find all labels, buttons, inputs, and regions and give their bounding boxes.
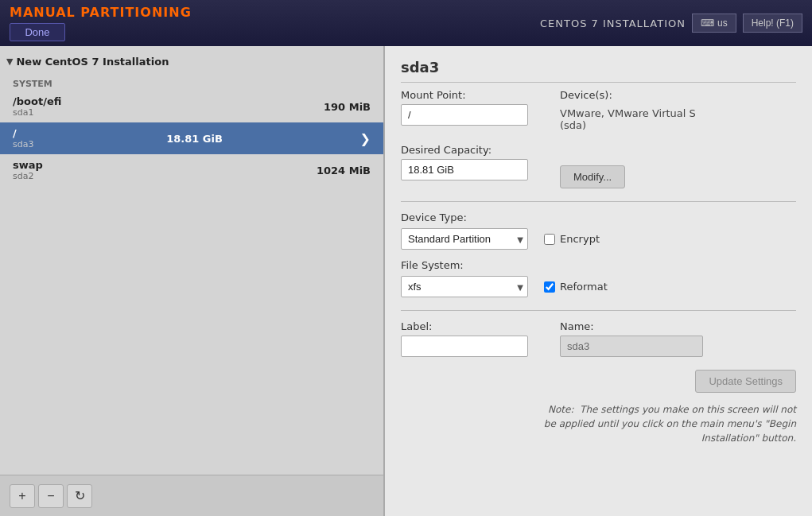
encrypt-label[interactable]: Encrypt (560, 233, 600, 245)
header-left: MANUAL PARTITIONING Done (10, 5, 192, 41)
keyboard-icon: ⌨ (701, 17, 714, 29)
partition-list: ▼ New CentOS 7 Installation SYSTEM /boot… (0, 46, 383, 475)
divider2 (401, 310, 796, 311)
device-type-select[interactable]: Standard Partition LVM LVM Thin Provisio… (401, 228, 528, 250)
system-label: SYSTEM (0, 76, 383, 91)
name-group: Name: (560, 320, 703, 357)
label-input[interactable] (401, 336, 528, 357)
reformat-checkbox-row: Reformat (544, 281, 608, 293)
partition-name: / (13, 127, 33, 139)
device-type-label: Device Type: (401, 211, 467, 223)
capacity-input[interactable] (401, 159, 528, 180)
right-panel: sda3 Mount Point: Device(s): VMware, VMw… (385, 46, 812, 516)
file-system-select-wrapper: xfs ext4 ext3 ext2 btrfs swap ▼ (401, 276, 528, 297)
name-input[interactable] (560, 336, 703, 357)
file-system-row: xfs ext4 ext3 ext2 btrfs swap ▼ Reformat (401, 276, 796, 297)
installation-section: ▼ New CentOS 7 Installation (0, 52, 383, 76)
label-field-label: Label: (401, 320, 528, 332)
centos-title: CENTOS 7 INSTALLATION (540, 17, 686, 29)
partition-name: /boot/efi (13, 95, 61, 107)
partition-size: 1024 MiB (317, 165, 371, 177)
section-title: New CentOS 7 Installation (16, 56, 169, 68)
capacity-group: Desired Capacity: (401, 144, 528, 188)
label-group: Label: (401, 320, 528, 357)
update-settings-button[interactable]: Update Settings (695, 370, 796, 393)
add-partition-button[interactable]: + (10, 484, 35, 508)
modify-group: placeholder Modify... (560, 144, 625, 188)
mount-point-label: Mount Point: (401, 89, 528, 101)
partition-size: 190 MiB (324, 101, 371, 113)
device-type-select-wrapper: Standard Partition LVM LVM Thin Provisio… (401, 228, 528, 250)
device-type-row: Standard Partition LVM LVM Thin Provisio… (401, 228, 796, 250)
partition-item-swap[interactable]: swap sda2 1024 MiB (0, 154, 383, 186)
name-field-label: Name: (560, 320, 703, 332)
devices-value: VMware, VMware Virtual S (sda) (560, 107, 719, 131)
header: MANUAL PARTITIONING Done CENTOS 7 INSTAL… (0, 0, 812, 46)
reformat-checkbox[interactable] (544, 281, 555, 293)
partition-left: /boot/efi sda1 (13, 95, 61, 118)
encrypt-checkbox-row: Encrypt (544, 233, 600, 245)
keyboard-lang: us (717, 17, 728, 29)
done-button[interactable]: Done (10, 23, 65, 41)
keyboard-button[interactable]: ⌨ us (692, 14, 736, 33)
mount-point-group: Mount Point: (401, 89, 528, 131)
mount-point-input[interactable] (401, 104, 528, 126)
devices-label: Device(s): (560, 89, 719, 101)
partition-left: swap sda2 (13, 159, 43, 181)
partition-arrow-icon: ❯ (360, 131, 371, 146)
encrypt-checkbox[interactable] (544, 234, 555, 245)
main-content: ▼ New CentOS 7 Installation SYSTEM /boot… (0, 46, 812, 516)
partition-left: / sda3 (13, 127, 33, 149)
mount-devices-row: Mount Point: Device(s): VMware, VMware V… (401, 89, 796, 131)
panel-title: sda3 (401, 59, 796, 83)
modify-button[interactable]: Modify... (560, 165, 625, 188)
partition-device: sda1 (13, 107, 61, 118)
section-header: ▼ New CentOS 7 Installation (6, 56, 377, 68)
app-title: MANUAL PARTITIONING (10, 5, 192, 20)
help-button[interactable]: Help! (F1) (743, 14, 802, 33)
capacity-modify-row: Desired Capacity: placeholder Modify... (401, 144, 796, 188)
partition-name: swap (13, 159, 43, 171)
partition-size: 18.81 GiB (166, 133, 223, 145)
note-text: Note: The settings you make on this scre… (401, 399, 796, 445)
capacity-label: Desired Capacity: (401, 144, 528, 156)
divider (401, 201, 796, 202)
refresh-button[interactable]: ↻ (67, 484, 92, 508)
label-name-row: Label: Name: (401, 320, 796, 357)
file-system-label: File System: (401, 259, 464, 271)
left-toolbar: + − ↻ (0, 475, 383, 516)
partition-device: sda2 (13, 171, 43, 181)
reformat-label[interactable]: Reformat (560, 281, 608, 293)
remove-partition-button[interactable]: − (38, 484, 64, 508)
file-system-select[interactable]: xfs ext4 ext3 ext2 btrfs swap (401, 276, 528, 297)
devices-group: Device(s): VMware, VMware Virtual S (sda… (560, 89, 719, 131)
partition-item-boot-efi[interactable]: /boot/efi sda1 190 MiB (0, 91, 383, 122)
section-collapse-arrow: ▼ (6, 56, 13, 67)
left-panel: ▼ New CentOS 7 Installation SYSTEM /boot… (0, 46, 385, 516)
partition-device: sda3 (13, 139, 33, 149)
header-right: CENTOS 7 INSTALLATION ⌨ us Help! (F1) (540, 14, 802, 33)
partition-item-root[interactable]: / sda3 18.81 GiB ❯ (0, 122, 383, 154)
